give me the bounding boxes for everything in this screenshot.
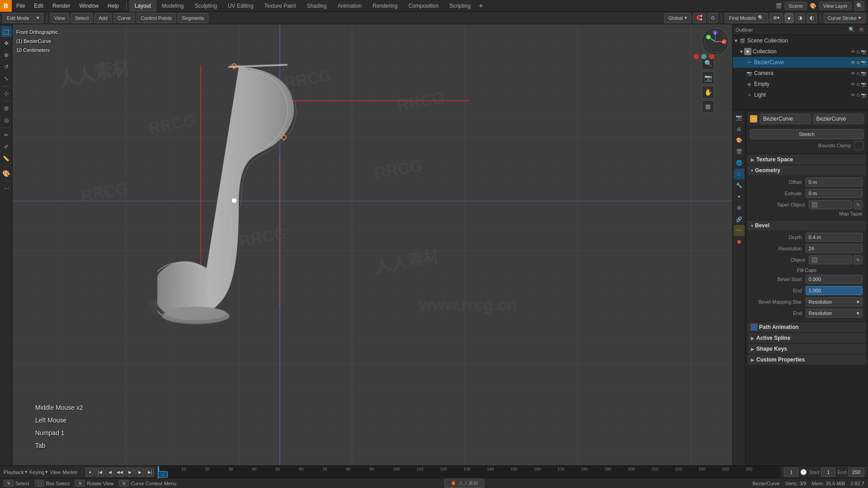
tab-uv-editing[interactable]: UV Editing [222,0,259,12]
outliner-search[interactable]: 🔍 [848,26,856,34]
geometry-header[interactable]: ▾ Geometry [747,165,866,175]
outliner-camera[interactable]: 📷 Camera 👁 ⊙ 📷 [733,68,868,79]
start-input[interactable]: 1 [821,468,835,477]
scene-collection-item[interactable]: ▾ 🎬 Scene Collection [733,35,868,46]
play-rev-btn[interactable]: ◀◀ [115,468,124,477]
timeline-track[interactable]: 1 10 20 30 40 50 60 70 80 90 100 110 120… [158,466,780,479]
tab-composition[interactable]: Composition [403,0,444,12]
menu-window[interactable]: Window [75,0,103,12]
texture-space-header[interactable]: ▶ Texture Space [747,155,866,164]
particles-icon-prop[interactable]: ✦ [734,191,745,202]
tab-layout[interactable]: Layout [129,0,156,12]
current-frame-input[interactable]: 1 [784,468,798,477]
collection-item[interactable]: ▾ ■ Collection 👁 ⊙ 📷 [733,46,868,57]
camera-view-btn[interactable]: 📷 [702,71,714,84]
axes-gizmo[interactable]: X Y Z [702,28,729,55]
object-icon-prop[interactable]: □ [734,169,745,179]
bounds-clamp-toggle[interactable] [854,141,863,150]
view-layer-selector[interactable]: View Layer [819,2,852,10]
offset-value[interactable]: 0 m [806,178,863,187]
scene-selector[interactable]: Scene [785,2,807,10]
misc-tool[interactable]: ⋯ [1,183,12,194]
extrude-value[interactable]: 0 m [806,189,863,198]
control-points-btn[interactable]: Control Points [137,13,176,23]
outliner-empty[interactable]: ⊕ Empty 👁 ⊙ 📷 [733,79,868,89]
world-icon-prop[interactable]: 🌐 [734,157,745,168]
menu-help[interactable]: Help [103,0,123,12]
skip-end-btn[interactable]: ▶| [145,468,154,477]
proportional-edit-btn[interactable]: ⊙ [708,13,718,23]
extrude-tool[interactable]: ⊞ [1,103,12,114]
play-fwd-btn[interactable]: ▶ [125,468,134,477]
bevel-object-field[interactable] [809,255,853,264]
curve-btn[interactable]: Curve [113,13,135,23]
radius-tool[interactable]: ◎ [1,115,12,126]
bevel-mapping-star-dropdown[interactable]: Resolution▾ [806,297,863,306]
colorpicker-tool[interactable]: 🎨 [1,168,12,179]
tab-scripting[interactable]: Scripting [444,0,476,12]
outliner-bezier-curve[interactable]: 〰 BezierCurve 👁 ⊙ 📷 [733,57,868,68]
move-tool[interactable]: ⊕ [1,50,12,61]
menu-render[interactable]: Render [48,0,75,12]
add-btn[interactable]: Add [94,13,112,23]
prop-object-name[interactable]: BezierCurve [760,114,811,124]
data-icon-prop[interactable]: 〰 [734,225,745,236]
grab-pan-btn[interactable]: ✋ [702,86,714,99]
cursor-tool[interactable]: ⊹ [1,88,12,99]
outliner-filter[interactable]: ⊞ [857,26,865,34]
depth-value[interactable]: 0.4 m [806,233,863,242]
bevel-header[interactable]: ▾ Bevel [747,221,866,230]
curve-stroke-dropdown[interactable]: Curve Stroke▾ [824,13,865,23]
outliner-light[interactable]: ☀ Light 👁 ⊙ 📷 [733,89,868,100]
path-animation-header[interactable]: ✓ Path Animation [747,322,866,332]
menu-edit[interactable]: Edit [29,0,48,12]
viewport-main[interactable]: 人人素材 RRCG RRCG RRCG RRCG RRCG 人人素材 RRCG … [13,24,732,465]
overlay-dropdown[interactable]: ⊕▾ [770,13,783,23]
select-tool[interactable]: ⬚ [1,26,12,37]
bevel-mapping-end-dropdown[interactable]: Resolution▾ [806,309,863,318]
scale-tool[interactable]: ⤡ [1,73,12,84]
menu-file[interactable]: File [12,0,29,12]
output-icon[interactable]: 🖨 [734,123,745,134]
bevel-start-value[interactable]: 0.000 [806,275,863,284]
tab-animation[interactable]: Animation [332,0,367,12]
select-btn[interactable]: Select [71,13,93,23]
end-input[interactable]: 250 [848,468,864,477]
view-btn[interactable]: View [50,13,69,23]
snap-magnet-btn[interactable]: 🧲 [693,13,706,23]
tab-texture-paint[interactable]: Texture Paint [259,0,302,12]
add-workspace-btn[interactable]: + [476,1,486,11]
tab-sculpting[interactable]: Sculpting [189,0,222,12]
playback-dropdown[interactable]: Playback ▾ [4,469,28,475]
bevel-object-edit-btn[interactable]: ✎ [854,255,863,264]
find-models-btn[interactable]: Find Models 🔍 [725,13,768,23]
custom-properties-header[interactable]: ▶ Custom Properties [747,355,866,365]
global-dropdown[interactable]: Global▾ [664,13,691,23]
physics-icon-prop[interactable]: ⚙ [734,202,745,213]
skip-start-btn[interactable]: |◀ [95,468,104,477]
viewport-shading-solid[interactable]: ● [785,13,793,23]
transform-tool[interactable]: ✥ [1,38,12,49]
stretch-btn[interactable]: Stretch [750,129,863,139]
segments-btn[interactable]: Segments [178,13,208,23]
play-record-btn[interactable]: ● [85,468,94,477]
viewport-shading-material[interactable]: ◑ [795,13,805,23]
measure-tool[interactable]: 📏 [1,153,12,164]
rotate-tool[interactable]: ↺ [1,61,12,72]
marker-btn[interactable]: Marker [62,469,78,475]
render-icon[interactable]: 📷 [734,112,745,123]
annotate-tool[interactable]: ✐ [1,141,12,152]
view-timeline-btn[interactable]: View [50,469,61,475]
view-layer-icon-prop[interactable]: 🎨 [734,135,745,145]
viewport-shading-rendered[interactable]: ◐ [807,13,817,23]
tab-rendering[interactable]: Rendering [367,0,403,12]
constraints-icon-prop[interactable]: 🔗 [734,214,745,225]
scene-icon-prop[interactable]: 🎬 [734,146,745,157]
modifier-icon-prop[interactable]: 🔧 [734,180,745,191]
taper-object-field[interactable] [809,200,853,209]
tab-modeling[interactable]: Modeling [156,0,189,12]
draw-tool[interactable]: ✏ [1,130,12,141]
path-animation-checkbox[interactable]: ✓ [751,324,757,330]
material-icon-prop[interactable]: ⬟ [734,236,745,247]
resolution-value[interactable]: 24 [806,244,863,253]
